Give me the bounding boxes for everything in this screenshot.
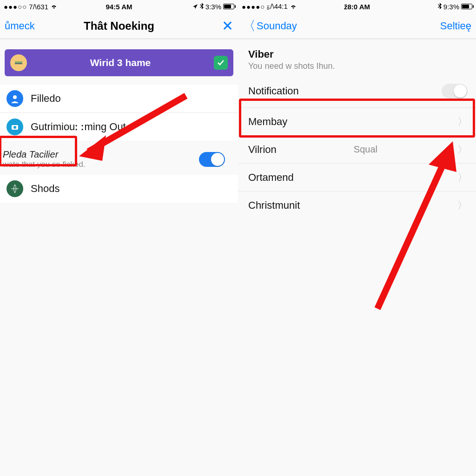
back-label: Sounday — [257, 20, 297, 32]
svg-point-3 — [13, 95, 17, 99]
close-icon: ✕ — [222, 18, 233, 34]
location-icon — [192, 3, 198, 11]
person-icon — [7, 90, 23, 107]
battery-icon — [223, 4, 234, 9]
row-label: Filledo — [31, 93, 61, 105]
row-value: Squal — [354, 144, 377, 155]
section-header: Viber You need w shots Ihun. — [238, 39, 476, 72]
row-label: Membay — [248, 116, 287, 128]
banner-label: Wirid 3 hame — [33, 57, 207, 68]
row-vilrion[interactable]: Vilrion Squal 〉 — [238, 135, 476, 163]
check-icon — [214, 56, 228, 70]
svg-point-5 — [13, 126, 16, 129]
signal-dots: ●●●●○ — [242, 3, 265, 11]
status-bar: ●●●●○ ᵹ/\44:1 ž8:0 AM 9:3% — [238, 0, 476, 13]
group-subtitle: wate that you se ficked. — [3, 160, 86, 169]
back-label: ůmeck — [5, 20, 35, 32]
back-button[interactable]: ůmeck — [5, 20, 35, 32]
section-desc: You need w shots Ihun. — [248, 61, 469, 71]
nav-title: Thât Noeking — [84, 20, 154, 33]
chevron-right-icon: 〉 — [457, 198, 468, 212]
row-membay[interactable]: Membay 〉 — [238, 107, 476, 135]
row-label: Shods — [31, 183, 60, 195]
battery-icon — [461, 4, 472, 9]
svg-rect-2 — [15, 63, 22, 64]
row-christmunit[interactable]: Christmunit 〉 — [238, 191, 476, 219]
svg-rect-1 — [15, 61, 22, 63]
signal-dots: ●●●○○ — [4, 3, 27, 11]
battery-percent: 9:3% — [443, 3, 459, 11]
nav-action[interactable]: Seltieę — [440, 20, 471, 32]
wifi-icon — [290, 3, 297, 11]
clock: 94:5 AM — [106, 3, 132, 11]
globe-icon — [7, 180, 23, 197]
row-label: Ortamend — [248, 172, 294, 184]
row-label: Christmunit — [248, 199, 300, 212]
status-bar: ●●●○○ 7/\631 94:5 AM 3:3% — [0, 0, 238, 13]
right-screenshot: ●●●●○ ᵹ/\44:1 ž8:0 AM 9:3% 〈 Sounday — [238, 0, 476, 476]
back-button[interactable]: 〈 Sounday — [243, 17, 297, 35]
wifi-icon — [50, 3, 58, 11]
row-shods[interactable]: Shods — [0, 175, 238, 203]
toggle-tacilier[interactable] — [199, 152, 225, 167]
left-screenshot: ●●●○○ 7/\631 94:5 AM 3:3% ůmeck — [0, 0, 238, 476]
close-button[interactable]: ✕ — [222, 18, 233, 34]
group-title: Pleda Tacilier — [3, 149, 86, 160]
bluetooth-icon — [438, 3, 442, 11]
row-notification[interactable]: Notification — [238, 75, 476, 107]
nav-bar: ůmeck Thât Noeking ✕ — [0, 13, 238, 39]
chevron-right-icon: 〉 — [457, 115, 468, 129]
row-label: Notification — [248, 85, 299, 97]
toggle-notification[interactable] — [442, 84, 468, 99]
group-header: Pleda Tacilier wate that you se ficked. — [0, 141, 238, 170]
row-gutrimiou[interactable]: Gutrimiouː ːming Out — [0, 112, 238, 141]
bluetooth-icon — [200, 3, 204, 11]
promo-banner[interactable]: Wirid 3 hame — [5, 49, 233, 76]
battery-percent: 3:3% — [205, 3, 221, 11]
row-label: Vilrion — [248, 144, 277, 156]
row-label: Gutrimiouː ːming Out — [31, 121, 126, 133]
row-ortamend[interactable]: Ortamend 〉 — [238, 163, 476, 191]
camera-icon — [7, 119, 23, 135]
carrier-text: 7/\631 — [29, 3, 48, 11]
chevron-right-icon: 〉 — [457, 143, 468, 157]
chevron-right-icon: 〉 — [457, 171, 468, 185]
chevron-left-icon: 〈 — [243, 17, 256, 35]
carrier-text: ᵹ/\44:1 — [267, 2, 288, 11]
nav-action-label: Seltieę — [440, 20, 471, 32]
row-filledo[interactable]: Filledo — [0, 85, 238, 112]
section-title: Viber — [248, 48, 469, 60]
nav-bar: 〈 Sounday Seltieę — [238, 13, 476, 39]
clock: ž8:0 AM — [344, 3, 370, 11]
banner-icon — [10, 54, 27, 71]
